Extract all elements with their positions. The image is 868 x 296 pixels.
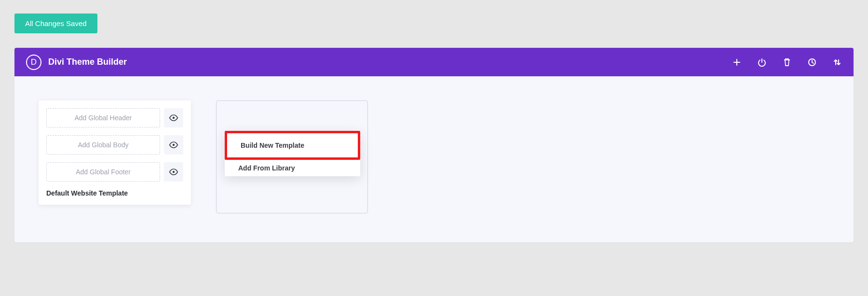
add-global-body-slot[interactable]: Add Global Body <box>46 135 160 155</box>
add-global-header-slot[interactable]: Add Global Header <box>46 108 160 127</box>
eye-icon <box>169 141 178 148</box>
svg-point-2 <box>173 144 175 146</box>
add-from-library-option[interactable]: Add From Library <box>225 160 360 176</box>
new-template-dropdown: Build New Template Add From Library <box>225 131 360 176</box>
default-template-card: Add Global Header Add Global Body Add Gl… <box>39 100 191 205</box>
eye-icon <box>169 169 178 175</box>
panel-title: Divi Theme Builder <box>48 57 732 67</box>
history-icon[interactable] <box>807 57 817 67</box>
svg-point-3 <box>173 171 175 173</box>
panel-header: D Divi Theme Builder <box>14 48 854 76</box>
all-changes-saved-button[interactable]: All Changes Saved <box>14 14 97 33</box>
svg-point-1 <box>173 117 175 119</box>
add-new-template-card[interactable]: Build New Template Add From Library <box>216 100 368 213</box>
build-new-template-option[interactable]: Build New Template <box>225 131 360 160</box>
eye-icon <box>169 114 178 121</box>
visibility-toggle-header[interactable] <box>164 108 183 127</box>
trash-icon[interactable] <box>782 57 792 67</box>
visibility-toggle-body[interactable] <box>164 135 183 155</box>
import-export-icon[interactable] <box>832 57 842 67</box>
divi-logo-icon: D <box>26 55 41 70</box>
theme-builder-panel: D Divi Theme Builder <box>14 48 854 242</box>
template-card-title: Default Website Template <box>46 189 183 197</box>
add-icon[interactable] <box>732 57 742 67</box>
header-action-icons <box>732 57 842 67</box>
add-global-footer-slot[interactable]: Add Global Footer <box>46 162 160 182</box>
visibility-toggle-footer[interactable] <box>164 162 183 182</box>
power-save-icon[interactable] <box>757 57 767 67</box>
panel-body: Add Global Header Add Global Body Add Gl… <box>14 76 854 242</box>
